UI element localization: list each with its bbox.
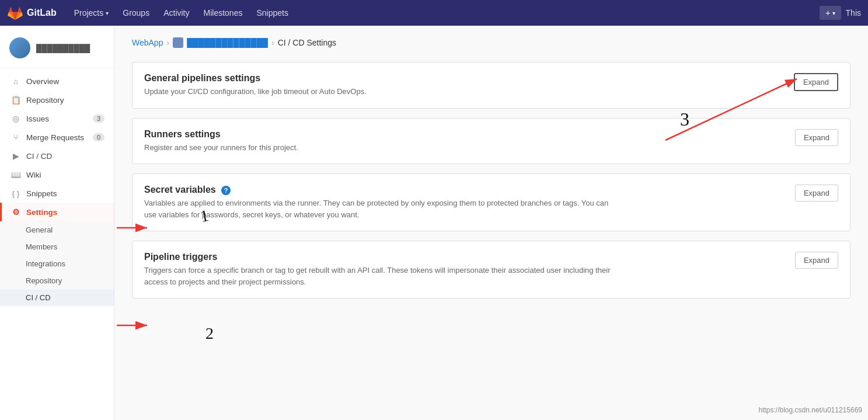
- sidebar-item-settings[interactable]: ⚙ Settings: [0, 203, 114, 221]
- general-pipelines-desc: Update your CI/CD configuration, like jo…: [144, 86, 367, 98]
- breadcrumb-webapp[interactable]: WebApp: [132, 38, 163, 47]
- ci-icon: ▶: [11, 151, 20, 161]
- sidebar-item-snippets[interactable]: { } Snippets: [0, 184, 114, 203]
- sidebar-user: ██████████: [0, 32, 114, 68]
- project-icon: [173, 37, 183, 48]
- pipeline-triggers-desc: Triggers can force a specific branch or …: [144, 265, 611, 287]
- secret-variables-title: Secret variables ?: [144, 185, 611, 195]
- pipeline-triggers-text: Pipeline triggers Triggers can force a s…: [144, 252, 611, 287]
- wiki-icon: 📖: [11, 170, 20, 179]
- runners-desc: Register and see your runners for this p…: [144, 142, 298, 154]
- runners-expand-button[interactable]: Expand: [795, 129, 838, 146]
- breadcrumb-sep-1: ›: [166, 38, 169, 47]
- nav-activity[interactable]: Activity: [158, 5, 195, 21]
- chevron-down-icon: ▾: [106, 10, 109, 16]
- pipeline-triggers-title: Pipeline triggers: [144, 252, 611, 262]
- breadcrumb: WebApp › ██████████████ › CI / CD Settin…: [132, 37, 850, 48]
- sidebar-sub-item-members[interactable]: Members: [0, 238, 114, 255]
- top-nav-this-text: This: [846, 8, 861, 18]
- gitlab-wordmark: GitLab: [27, 8, 57, 18]
- top-navigation: GitLab Projects ▾ Groups Activity Milest…: [0, 0, 868, 26]
- sidebar-username: ██████████: [36, 44, 90, 53]
- merge-requests-badge: 0: [93, 133, 104, 141]
- pipeline-triggers-header: Pipeline triggers Triggers can force a s…: [133, 241, 850, 298]
- sidebar-item-overview[interactable]: ⌂ Overview: [0, 72, 114, 91]
- help-icon[interactable]: ?: [221, 186, 231, 195]
- settings-icon: ⚙: [11, 207, 20, 217]
- secret-variables-header: Secret variables ? Variables are applied…: [133, 174, 850, 231]
- sidebar-sub-items: General Members Integrations Repository …: [0, 221, 114, 306]
- pipeline-triggers-section: Pipeline triggers Triggers can force a s…: [132, 241, 850, 298]
- general-pipelines-title: General pipelines settings: [144, 73, 367, 84]
- runners-text: Runners settings Register and see your r…: [144, 129, 298, 154]
- gitlab-logo[interactable]: GitLab: [7, 5, 57, 21]
- general-pipelines-section: General pipelines settings Update your C…: [132, 62, 850, 109]
- sidebar-sub-item-ci-cd[interactable]: CI / CD: [0, 289, 114, 306]
- runners-section: Runners settings Register and see your r…: [132, 118, 850, 165]
- home-icon: ⌂: [11, 77, 20, 86]
- sidebar-item-repository[interactable]: 📋 Repository: [0, 91, 114, 109]
- secret-variables-section: Secret variables ? Variables are applied…: [132, 173, 850, 231]
- sidebar-item-ci-cd[interactable]: ▶ CI / CD: [0, 147, 114, 165]
- sidebar-sub-item-integrations[interactable]: Integrations: [0, 255, 114, 272]
- general-pipelines-expand-button[interactable]: Expand: [794, 73, 838, 91]
- breadcrumb-project[interactable]: ██████████████: [187, 38, 268, 47]
- runners-header: Runners settings Register and see your r…: [133, 119, 850, 164]
- sidebar-sub-item-general[interactable]: General: [0, 221, 114, 238]
- secret-variables-expand-button[interactable]: Expand: [795, 185, 838, 202]
- sidebar: ██████████ ⌂ Overview 📋 Repository ◎ Iss…: [0, 26, 114, 420]
- secret-variables-desc: Variables are applied to environments vi…: [144, 197, 611, 220]
- sidebar-item-issues[interactable]: ◎ Issues 3: [0, 109, 114, 128]
- issue-icon: ◎: [11, 114, 20, 123]
- top-nav-items: Projects ▾ Groups Activity Milestones Sn…: [68, 5, 820, 21]
- sidebar-item-wiki[interactable]: 📖 Wiki: [0, 165, 114, 184]
- snippets-icon: { }: [11, 189, 20, 198]
- secret-variables-text: Secret variables ? Variables are applied…: [144, 185, 611, 220]
- general-pipelines-header: General pipelines settings Update your C…: [133, 63, 850, 108]
- breadcrumb-current: CI / CD Settings: [278, 38, 336, 47]
- runners-title: Runners settings: [144, 129, 298, 140]
- nav-snippets[interactable]: Snippets: [250, 5, 294, 21]
- sidebar-item-merge-requests[interactable]: ⑂ Merge Requests 0: [0, 128, 114, 147]
- new-item-button[interactable]: + ▾: [820, 6, 841, 20]
- book-icon: 📋: [11, 95, 20, 105]
- chevron-down-icon: ▾: [832, 10, 835, 16]
- page-layout: ██████████ ⌂ Overview 📋 Repository ◎ Iss…: [0, 26, 868, 420]
- main-content: WebApp › ██████████████ › CI / CD Settin…: [114, 26, 868, 420]
- avatar: [9, 37, 30, 58]
- merge-icon: ⑂: [11, 133, 20, 142]
- nav-milestones[interactable]: Milestones: [198, 5, 249, 21]
- nav-projects[interactable]: Projects ▾: [68, 5, 115, 21]
- general-pipelines-text: General pipelines settings Update your C…: [144, 73, 367, 98]
- sidebar-sub-item-repository[interactable]: Repository: [0, 272, 114, 289]
- nav-groups[interactable]: Groups: [117, 5, 155, 21]
- pipeline-triggers-expand-button[interactable]: Expand: [795, 252, 838, 269]
- top-nav-right: + ▾ This: [820, 6, 861, 20]
- breadcrumb-sep-2: ›: [271, 38, 274, 47]
- issues-badge: 3: [93, 114, 104, 123]
